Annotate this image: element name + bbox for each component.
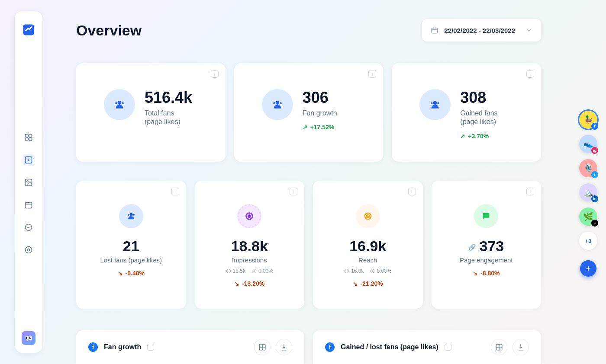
- metric-value: 16.9k: [349, 238, 386, 255]
- info-icon[interactable]: i: [445, 344, 451, 351]
- people-icon: [119, 204, 143, 228]
- app-logo[interactable]: [21, 22, 36, 37]
- download-icon: [517, 343, 525, 351]
- svg-point-13: [26, 247, 32, 253]
- page-title: Overview: [76, 22, 142, 39]
- platform-badge: ig: [591, 147, 598, 154]
- breakdown: 16.8k 0.00%: [344, 268, 391, 274]
- platform-badge: in: [591, 195, 598, 202]
- svg-point-26: [226, 269, 230, 273]
- svg-rect-0: [23, 25, 34, 35]
- svg-point-20: [431, 102, 433, 104]
- facebook-account-duck[interactable]: 🦆f: [579, 111, 597, 129]
- table-icon: [258, 343, 266, 351]
- card-fan-growth: i 306 Fan growth +17.52%: [234, 63, 384, 162]
- instagram-account-shoe[interactable]: 👟ig: [579, 135, 597, 153]
- metrics-row-1: i 516.4k Total fans (page likes) i 306 F…: [76, 63, 541, 162]
- people-icon: [262, 89, 293, 120]
- user-avatar[interactable]: 👀: [22, 331, 35, 345]
- info-icon[interactable]: i: [526, 70, 534, 78]
- view-table-button[interactable]: [254, 339, 271, 355]
- card-impressions: i 18.8k Impressions 18.5k 0.00% -13.20%: [195, 181, 305, 309]
- paid-icon: [370, 268, 375, 274]
- calendar-icon: [431, 26, 438, 34]
- tiktok-account-leaf[interactable]: 🌿♪: [579, 208, 597, 226]
- chevron-down-icon: [525, 27, 532, 34]
- svg-point-25: [248, 215, 251, 217]
- nav-calendar[interactable]: [23, 199, 35, 211]
- svg-rect-4: [29, 138, 32, 141]
- info-icon[interactable]: i: [526, 188, 534, 195]
- card-page-engagement: i 373 Page engagement -8.80%: [432, 181, 542, 309]
- dashboard-icon: [24, 133, 33, 142]
- svg-point-12: [30, 227, 30, 228]
- people-icon: [104, 89, 135, 120]
- svg-point-7: [27, 181, 28, 182]
- info-icon[interactable]: i: [171, 188, 179, 195]
- metric-label: Gained fans (page likes): [460, 109, 497, 127]
- nav-messages[interactable]: [23, 221, 35, 233]
- info-icon[interactable]: i: [290, 188, 297, 195]
- growth-indicator: -8.80%: [473, 270, 500, 277]
- social-accounts-rail: 🦆f👟ig🎙️t🏔️in🌿♪+3+: [579, 111, 597, 277]
- info-icon[interactable]: i: [147, 344, 154, 351]
- svg-rect-2: [29, 134, 32, 137]
- metric-label: Lost fans (page likes): [100, 256, 162, 264]
- link-icon: [468, 243, 476, 251]
- card-reach: i 16.9k Reach 16.8k 0.00% -21.20%: [313, 181, 423, 309]
- add-account-button[interactable]: +: [580, 260, 596, 277]
- date-range-text: 22/02/2022 - 22/03/2022: [445, 27, 515, 34]
- section-gained-lost-fans: f Gained / lost fans (page likes) i: [313, 330, 541, 364]
- date-range-picker[interactable]: 22/02/2022 - 22/03/2022: [422, 19, 541, 42]
- growth-indicator: -0.48%: [118, 270, 145, 277]
- svg-point-19: [280, 102, 281, 104]
- metric-value: 18.8k: [231, 238, 268, 255]
- nav-group: [23, 131, 35, 256]
- organic-icon: [344, 268, 349, 274]
- download-button[interactable]: [513, 339, 529, 355]
- growth-indicator: +17.52%: [303, 124, 337, 131]
- breakdown: 18.5k 0.00%: [226, 268, 273, 274]
- metric-value: 308: [460, 89, 497, 106]
- nav-dashboard[interactable]: [23, 131, 35, 144]
- svg-point-21: [438, 102, 439, 104]
- svg-rect-1: [26, 134, 29, 137]
- svg-rect-15: [432, 28, 438, 33]
- svg-point-22: [128, 214, 129, 216]
- charts-row: f Fan growth i f Gained / lost fans (pag…: [76, 330, 541, 364]
- facebook-icon: f: [325, 342, 335, 352]
- section-title: Gained / lost fans (page likes): [341, 343, 438, 351]
- nav-audience[interactable]: [23, 244, 35, 256]
- svg-point-10: [27, 227, 27, 228]
- info-icon[interactable]: i: [368, 70, 376, 78]
- eye-target-icon: [237, 204, 261, 228]
- metric-value: 306: [303, 89, 337, 106]
- calendar-icon: [24, 201, 33, 209]
- view-table-button[interactable]: [491, 339, 507, 355]
- svg-point-30: [367, 216, 368, 217]
- metric-value: 21: [123, 238, 139, 255]
- metric-label: Fan growth: [303, 109, 337, 118]
- growth-indicator: -13.20%: [234, 280, 264, 287]
- metric-label: Total fans (page likes): [145, 109, 192, 127]
- organic-icon: [226, 268, 231, 274]
- messages-icon: [24, 223, 33, 232]
- twitter-account-mic[interactable]: 🎙️t: [579, 159, 597, 177]
- svg-point-18: [273, 102, 275, 104]
- svg-rect-8: [26, 202, 32, 208]
- nav-media[interactable]: [23, 176, 35, 188]
- table-icon: [495, 343, 503, 351]
- platform-badge: ♪: [591, 220, 598, 227]
- svg-point-31: [345, 269, 349, 273]
- info-icon[interactable]: i: [211, 70, 219, 78]
- linkedin-account-mountain[interactable]: 🏔️in: [579, 183, 597, 201]
- card-total-fans: i 516.4k Total fans (page likes): [76, 63, 226, 162]
- nav-analytics[interactable]: [23, 154, 35, 166]
- metric-label: Impressions: [232, 256, 267, 264]
- download-icon: [280, 343, 288, 351]
- download-button[interactable]: [276, 339, 292, 355]
- audience-icon: [24, 246, 33, 254]
- svg-point-14: [28, 249, 30, 251]
- info-icon[interactable]: i: [408, 188, 416, 195]
- more-accounts-button[interactable]: +3: [579, 232, 597, 250]
